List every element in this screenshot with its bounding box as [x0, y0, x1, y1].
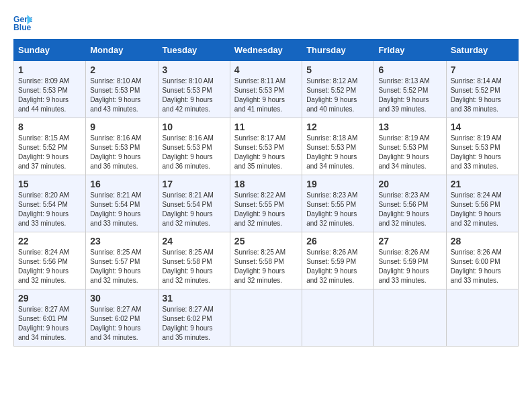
column-header-thursday: Thursday: [302, 40, 374, 61]
day-number: 9: [90, 122, 153, 132]
calendar-cell: 15Sunrise: 8:20 AMSunset: 5:54 PMDayligh…: [14, 175, 86, 232]
cell-text: Sunrise: 8:26 AMSunset: 6:00 PMDaylight:…: [451, 248, 502, 284]
day-number: 23: [90, 236, 153, 246]
day-number: 11: [234, 122, 298, 132]
cell-text: Sunrise: 8:19 AMSunset: 5:53 PMDaylight:…: [451, 134, 502, 170]
cell-text: Sunrise: 8:16 AMSunset: 5:53 PMDaylight:…: [163, 134, 214, 170]
calendar-cell: 17Sunrise: 8:21 AMSunset: 5:54 PMDayligh…: [158, 175, 230, 232]
cell-text: Sunrise: 8:19 AMSunset: 5:53 PMDaylight:…: [378, 134, 429, 170]
calendar-cell: [230, 289, 302, 347]
cell-text: Sunrise: 8:25 AMSunset: 5:58 PMDaylight:…: [234, 248, 285, 284]
calendar-week-row: 22Sunrise: 8:24 AMSunset: 5:56 PMDayligh…: [14, 232, 519, 289]
calendar-cell: 14Sunrise: 8:19 AMSunset: 5:53 PMDayligh…: [446, 118, 518, 175]
day-number: 15: [18, 179, 81, 189]
column-header-wednesday: Wednesday: [230, 40, 302, 61]
calendar-cell: [374, 289, 446, 347]
day-number: 28: [451, 236, 514, 246]
day-number: 2: [90, 64, 153, 75]
calendar-cell: 18Sunrise: 8:22 AMSunset: 5:55 PMDayligh…: [230, 175, 302, 232]
day-number: 27: [378, 236, 441, 246]
cell-text: Sunrise: 8:16 AMSunset: 5:53 PMDaylight:…: [90, 134, 141, 170]
day-number: 8: [18, 122, 81, 132]
day-number: 1: [18, 64, 81, 75]
day-number: 4: [234, 64, 298, 75]
calendar-cell: 24Sunrise: 8:25 AMSunset: 5:58 PMDayligh…: [158, 232, 230, 289]
calendar-cell: 31Sunrise: 8:27 AMSunset: 6:02 PMDayligh…: [158, 289, 230, 347]
page-header: General Blue: [13, 13, 519, 32]
cell-text: Sunrise: 8:25 AMSunset: 5:57 PMDaylight:…: [90, 248, 141, 284]
cell-text: Sunrise: 8:25 AMSunset: 5:58 PMDaylight:…: [163, 248, 214, 284]
day-number: 21: [451, 179, 514, 189]
column-header-saturday: Saturday: [446, 40, 518, 61]
cell-text: Sunrise: 8:21 AMSunset: 5:54 PMDaylight:…: [90, 191, 141, 227]
calendar-cell: 5Sunrise: 8:12 AMSunset: 5:52 PMDaylight…: [302, 61, 374, 118]
calendar-cell: [302, 289, 374, 347]
day-number: 10: [163, 122, 226, 132]
calendar-week-row: 1Sunrise: 8:09 AMSunset: 5:53 PMDaylight…: [14, 61, 519, 118]
day-number: 3: [163, 64, 226, 75]
calendar-cell: 11Sunrise: 8:17 AMSunset: 5:53 PMDayligh…: [230, 118, 302, 175]
day-number: 18: [234, 179, 298, 189]
day-number: 22: [18, 236, 81, 246]
cell-text: Sunrise: 8:12 AMSunset: 5:52 PMDaylight:…: [306, 77, 357, 113]
logo: General Blue: [13, 13, 38, 32]
calendar-cell: 9Sunrise: 8:16 AMSunset: 5:53 PMDaylight…: [86, 118, 158, 175]
cell-text: Sunrise: 8:13 AMSunset: 5:52 PMDaylight:…: [378, 77, 429, 113]
day-number: 24: [163, 236, 226, 246]
day-number: 17: [163, 179, 226, 189]
cell-text: Sunrise: 8:27 AMSunset: 6:02 PMDaylight:…: [163, 306, 214, 341]
day-number: 31: [163, 293, 226, 304]
column-header-monday: Monday: [86, 40, 158, 61]
day-number: 16: [90, 179, 153, 189]
day-number: 30: [90, 293, 153, 304]
day-number: 14: [451, 122, 514, 132]
column-header-sunday: Sunday: [14, 40, 86, 61]
day-number: 20: [378, 179, 441, 189]
cell-text: Sunrise: 8:26 AMSunset: 5:59 PMDaylight:…: [306, 248, 357, 284]
cell-text: Sunrise: 8:10 AMSunset: 5:53 PMDaylight:…: [90, 77, 141, 113]
cell-text: Sunrise: 8:21 AMSunset: 5:54 PMDaylight:…: [163, 191, 214, 227]
cell-text: Sunrise: 8:11 AMSunset: 5:53 PMDaylight:…: [234, 77, 285, 113]
cell-text: Sunrise: 8:27 AMSunset: 6:01 PMDaylight:…: [18, 306, 69, 341]
calendar-cell: 19Sunrise: 8:23 AMSunset: 5:55 PMDayligh…: [302, 175, 374, 232]
cell-text: Sunrise: 8:14 AMSunset: 5:52 PMDaylight:…: [451, 77, 502, 113]
calendar-cell: 13Sunrise: 8:19 AMSunset: 5:53 PMDayligh…: [374, 118, 446, 175]
calendar-cell: 21Sunrise: 8:24 AMSunset: 5:56 PMDayligh…: [446, 175, 518, 232]
day-number: 29: [18, 293, 81, 304]
cell-text: Sunrise: 8:24 AMSunset: 5:56 PMDaylight:…: [451, 191, 502, 227]
calendar-cell: 12Sunrise: 8:18 AMSunset: 5:53 PMDayligh…: [302, 118, 374, 175]
calendar-cell: 20Sunrise: 8:23 AMSunset: 5:56 PMDayligh…: [374, 175, 446, 232]
calendar-cell: 16Sunrise: 8:21 AMSunset: 5:54 PMDayligh…: [86, 175, 158, 232]
cell-text: Sunrise: 8:26 AMSunset: 5:59 PMDaylight:…: [378, 248, 429, 284]
calendar-cell: [446, 289, 518, 347]
calendar-cell: 6Sunrise: 8:13 AMSunset: 5:52 PMDaylight…: [374, 61, 446, 118]
day-number: 13: [378, 122, 441, 132]
day-number: 25: [234, 236, 298, 246]
day-number: 19: [306, 179, 369, 189]
column-header-tuesday: Tuesday: [158, 40, 230, 61]
cell-text: Sunrise: 8:22 AMSunset: 5:55 PMDaylight:…: [234, 191, 285, 227]
column-header-friday: Friday: [374, 40, 446, 61]
calendar-week-row: 29Sunrise: 8:27 AMSunset: 6:01 PMDayligh…: [14, 289, 519, 347]
calendar-cell: 23Sunrise: 8:25 AMSunset: 5:57 PMDayligh…: [86, 232, 158, 289]
calendar-cell: 2Sunrise: 8:10 AMSunset: 5:53 PMDaylight…: [86, 61, 158, 118]
calendar-cell: 25Sunrise: 8:25 AMSunset: 5:58 PMDayligh…: [230, 232, 302, 289]
calendar-cell: 10Sunrise: 8:16 AMSunset: 5:53 PMDayligh…: [158, 118, 230, 175]
day-number: 12: [306, 122, 369, 132]
cell-text: Sunrise: 8:09 AMSunset: 5:53 PMDaylight:…: [18, 77, 69, 113]
cell-text: Sunrise: 8:23 AMSunset: 5:56 PMDaylight:…: [378, 191, 429, 227]
calendar-week-row: 15Sunrise: 8:20 AMSunset: 5:54 PMDayligh…: [14, 175, 519, 232]
cell-text: Sunrise: 8:18 AMSunset: 5:53 PMDaylight:…: [306, 134, 357, 170]
calendar-cell: 30Sunrise: 8:27 AMSunset: 6:02 PMDayligh…: [86, 289, 158, 347]
day-number: 5: [306, 64, 369, 75]
cell-text: Sunrise: 8:27 AMSunset: 6:02 PMDaylight:…: [90, 306, 141, 341]
cell-text: Sunrise: 8:10 AMSunset: 5:53 PMDaylight:…: [163, 77, 214, 113]
calendar-cell: 3Sunrise: 8:10 AMSunset: 5:53 PMDaylight…: [158, 61, 230, 118]
day-number: 26: [306, 236, 369, 246]
cell-text: Sunrise: 8:20 AMSunset: 5:54 PMDaylight:…: [18, 191, 69, 227]
cell-text: Sunrise: 8:15 AMSunset: 5:52 PMDaylight:…: [18, 134, 69, 170]
cell-text: Sunrise: 8:24 AMSunset: 5:56 PMDaylight:…: [18, 248, 69, 284]
calendar-week-row: 8Sunrise: 8:15 AMSunset: 5:52 PMDaylight…: [14, 118, 519, 175]
day-number: 6: [378, 64, 441, 75]
cell-text: Sunrise: 8:17 AMSunset: 5:53 PMDaylight:…: [234, 134, 285, 170]
